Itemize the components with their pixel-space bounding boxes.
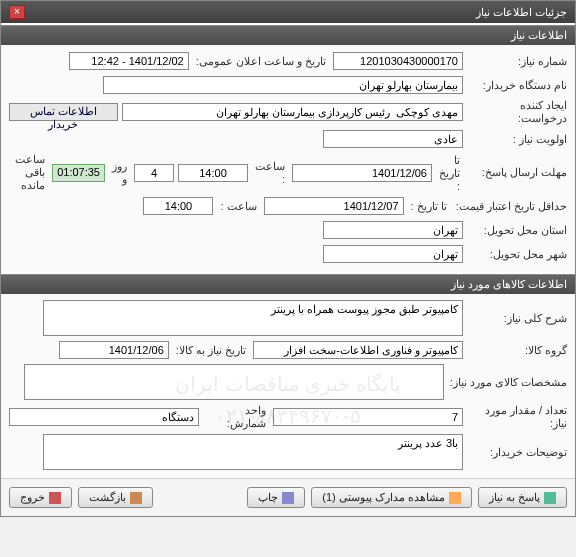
buyer-note-label: توضیحات خریدار: [467,446,567,459]
deadline-date-field[interactable] [292,164,432,182]
unit-label: واحد شمارش: [203,404,269,430]
attachment-icon [449,492,461,504]
attachments-button-label: مشاهده مدارک پیوستی (1) [322,491,445,504]
need-date-field[interactable] [59,341,169,359]
to-date-label: تا تاریخ : [436,154,463,192]
respond-button[interactable]: پاسخ به نیاز [478,487,567,508]
quantity-label: تعداد / مقدار مورد نیاز: [467,404,567,430]
window: جزئیات اطلاعات نیاز × اطلاعات نیاز شماره… [0,0,576,517]
announce-datetime-field[interactable] [69,52,189,70]
exit-button[interactable]: خروج [9,487,72,508]
spec-field[interactable] [24,364,444,400]
remaining-timer: 01:07:35 [52,164,105,182]
city-field[interactable] [323,245,463,263]
validity-time-field[interactable] [143,197,213,215]
back-icon [130,492,142,504]
validity-date-field[interactable] [264,197,404,215]
description-label: شرح کلی نیاز: [467,312,567,325]
validity-to-date-label: تا تاریخ : [408,200,450,213]
city-label: شهر محل تحویل: [467,248,567,261]
print-icon [282,492,294,504]
button-bar: پاسخ به نیاز مشاهده مدارک پیوستی (1) چاپ… [1,478,575,516]
requester-label: ایجاد کننده درخواست: [467,99,567,125]
deadline-time-field[interactable] [178,164,248,182]
days-and-label: روز و [109,160,130,186]
section-need-header: اطلاعات نیاز [1,25,575,45]
announce-datetime-label: تاریخ و ساعت اعلان عمومی: [193,55,329,68]
validity-time-label: ساعت : [217,200,259,213]
group-label: گروه کالا: [467,344,567,357]
description-field[interactable]: کامپیوتر طبق مجوز پیوست همراه با پرینتر [43,300,463,336]
respond-icon [544,492,556,504]
spec-label: مشخصات کالای مورد نیاز: [448,376,567,389]
need-number-field[interactable] [333,52,463,70]
deadline-time-label: ساعت : [252,160,288,185]
validity-label: حداقل تاریخ اعتبار قیمت: [454,200,567,213]
province-label: استان محل تحویل: [467,224,567,237]
print-button[interactable]: چاپ [247,487,305,508]
need-date-label: تاریخ نیاز به کالا: [173,344,249,357]
back-button-label: بازگشت [89,491,126,504]
buyer-contact-button[interactable]: اطلاعات تماس خریدار [9,103,118,121]
remaining-label: ساعت باقی مانده [9,153,48,192]
attachments-button[interactable]: مشاهده مدارک پیوستی (1) [311,487,472,508]
spacer [159,487,241,508]
requester-field[interactable] [122,103,463,121]
titlebar: جزئیات اطلاعات نیاز × [1,1,575,23]
print-button-label: چاپ [258,491,278,504]
unit-field[interactable] [9,408,199,426]
buyer-label: نام دستگاه خریدار: [467,79,567,92]
priority-field[interactable] [323,130,463,148]
province-field[interactable] [323,221,463,239]
need-number-label: شماره نیاز: [467,55,567,68]
priority-label: اولویت نیاز : [467,133,567,146]
respond-button-label: پاسخ به نیاز [489,491,540,504]
back-button[interactable]: بازگشت [78,487,153,508]
buyer-note-field[interactable]: با3 عدد پرینتر [43,434,463,470]
quantity-field[interactable] [273,408,463,426]
group-field[interactable] [253,341,463,359]
goods-form: پایگاه خبری مناقصات ایران ۰۲۱-۸۸۳۴۹۶۷۰-۵… [1,294,575,478]
buyer-field[interactable] [103,76,463,94]
close-icon[interactable]: × [9,5,25,19]
exit-icon [49,492,61,504]
deadline-label: مهلت ارسال پاسخ: [467,166,567,179]
remaining-days-field[interactable] [134,164,174,182]
section-goods-header: اطلاعات کالاهای مورد نیاز [1,274,575,294]
window-title: جزئیات اطلاعات نیاز [476,6,567,19]
exit-button-label: خروج [20,491,45,504]
need-form: شماره نیاز: تاریخ و ساعت اعلان عمومی: نا… [1,45,575,272]
